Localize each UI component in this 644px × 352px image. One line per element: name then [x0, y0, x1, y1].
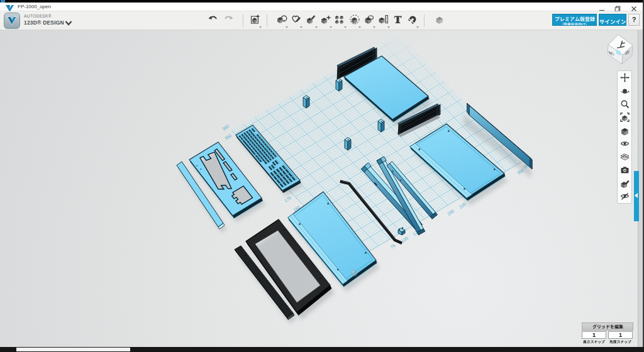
- pattern-icon: [335, 14, 346, 28]
- world-origin-indicator: [351, 270, 358, 277]
- tool-pattern-button[interactable]: [333, 13, 347, 28]
- dropdown-caret-icon: [344, 26, 347, 28]
- view-material-button[interactable]: [618, 177, 631, 190]
- view-screenshot-button[interactable]: [618, 163, 631, 177]
- measure-icon: [378, 14, 389, 28]
- view-zoom-button[interactable]: [618, 97, 631, 111]
- transform-icon: [276, 14, 287, 28]
- tool-3d-print-button[interactable]: [433, 13, 447, 28]
- snap-icon: [407, 14, 418, 28]
- shaded-view-icon: [620, 126, 630, 137]
- parts-panel-tab[interactable]: [634, 171, 639, 221]
- tool-undo-button[interactable]: [206, 13, 220, 28]
- tool-sketch-button[interactable]: [289, 13, 303, 28]
- angle-snap-input[interactable]: [608, 331, 633, 339]
- fit-view-icon: [620, 113, 630, 124]
- tool-transform-button[interactable]: [275, 13, 289, 28]
- grid-toggle-icon: [620, 153, 630, 163]
- panel-expand-arrow-icon: [635, 193, 638, 198]
- tool-snap-button[interactable]: [406, 13, 419, 28]
- dropdown-caret-icon: [286, 26, 288, 28]
- main-toolbar: AUTODESK® 123D® DESIGN ?: [0, 11, 644, 30]
- brand-company: AUTODESK®: [24, 14, 52, 18]
- 3d-print-icon: [434, 14, 445, 28]
- hide-solids-icon: [620, 192, 630, 203]
- app-window: FP-1000_open AUTODESK® 123D® DESIGN ? 75…: [0, 0, 644, 352]
- undo-icon: [208, 14, 219, 28]
- window-restore-button[interactable]: [611, 3, 625, 11]
- screenshot-icon: [620, 166, 630, 177]
- view-hide-show-button[interactable]: [618, 137, 631, 150]
- toolbar-separator: [267, 14, 267, 27]
- view-orbit-button[interactable]: [618, 84, 631, 97]
- view-fit-view-button[interactable]: [618, 111, 631, 124]
- premium-register-button[interactable]: [552, 14, 597, 26]
- tool-combine-button[interactable]: [362, 13, 376, 28]
- tool-group-button[interactable]: [348, 13, 362, 28]
- part-standoff-post-2[interactable]: [303, 96, 309, 108]
- dropdown-caret-icon: [300, 26, 303, 28]
- grid-edit-button[interactable]: [582, 322, 633, 331]
- window-titlebar: FP-1000_open: [0, 3, 644, 11]
- angle-snap-label: [608, 339, 633, 344]
- grid-axis-label-x: 225: [458, 202, 467, 209]
- tool-text-button[interactable]: [391, 13, 405, 28]
- insert-primitive-icon: [250, 14, 261, 28]
- grid-axis-label-y: 360: [221, 124, 230, 131]
- grid-axis-label-y: 175: [284, 195, 292, 203]
- viewport-3d[interactable]: 75100125200225350360150175350360: [0, 30, 638, 347]
- grid-axis-label-x: 75: [389, 243, 396, 250]
- text-icon: [392, 14, 404, 28]
- view-pan-button[interactable]: [618, 71, 631, 84]
- view-toolbar: [617, 70, 632, 204]
- signin-button[interactable]: [599, 14, 626, 26]
- pan-icon: [620, 74, 630, 84]
- dropdown-caret-icon: [387, 26, 390, 28]
- scrollbar-thumb[interactable]: [16, 348, 130, 351]
- window-close-button[interactable]: [627, 3, 641, 11]
- zoom-icon: [620, 100, 630, 111]
- construct-icon: [306, 14, 317, 28]
- main-menu-chevron[interactable]: [65, 18, 72, 24]
- toolbar-separator: [424, 14, 425, 27]
- length-snap-input[interactable]: [582, 331, 606, 339]
- window-title: FP-1000_open: [18, 4, 51, 9]
- view-cube[interactable]: [602, 30, 641, 69]
- sketch-icon: [291, 14, 302, 28]
- combine-icon: [364, 14, 375, 28]
- length-snap-label: [582, 339, 606, 344]
- grid-axis-label-y: 350: [224, 133, 233, 141]
- view-hide-solids-button[interactable]: [618, 190, 631, 203]
- view-grid-toggle-button[interactable]: [618, 150, 631, 163]
- part-standoff-post-3[interactable]: [378, 119, 384, 132]
- group-icon: [349, 14, 360, 28]
- modify-icon: [320, 14, 331, 28]
- help-button[interactable]: ?: [628, 14, 640, 26]
- window-minimize-button[interactable]: [595, 3, 609, 11]
- toolbar-separator: [243, 14, 243, 27]
- dropdown-caret-icon: [373, 26, 375, 28]
- redo-icon: [223, 14, 234, 28]
- material-icon: [620, 179, 630, 190]
- tool-measure-button[interactable]: [377, 13, 391, 28]
- orbit-icon: [620, 87, 630, 97]
- tool-modify-button[interactable]: [319, 13, 333, 28]
- tool-insert-primitive-button[interactable]: [248, 13, 262, 28]
- grid-axis-label-x: 200: [447, 209, 455, 216]
- tool-redo-button[interactable]: [221, 13, 235, 28]
- grid-settings-panel: [582, 322, 633, 331]
- hide-show-icon: [620, 140, 630, 150]
- dropdown-caret-icon: [330, 26, 332, 28]
- dropdown-caret-icon: [416, 26, 419, 28]
- part-standoff-post-1[interactable]: [336, 79, 342, 91]
- app-logo-badge[interactable]: [4, 13, 20, 31]
- dropdown-caret-icon: [358, 26, 361, 28]
- canvas-3d[interactable]: 75100125200225350360150175350360: [0, 30, 638, 347]
- bottom-scrollbar[interactable]: [0, 347, 644, 352]
- view-shaded-view-button[interactable]: [618, 124, 631, 137]
- brand-product: 123D® DESIGN: [24, 19, 64, 26]
- dropdown-caret-icon: [315, 26, 318, 28]
- tool-construct-button[interactable]: [304, 13, 318, 28]
- part-standoff-post-4[interactable]: [345, 138, 351, 150]
- dropdown-caret-icon: [259, 26, 262, 28]
